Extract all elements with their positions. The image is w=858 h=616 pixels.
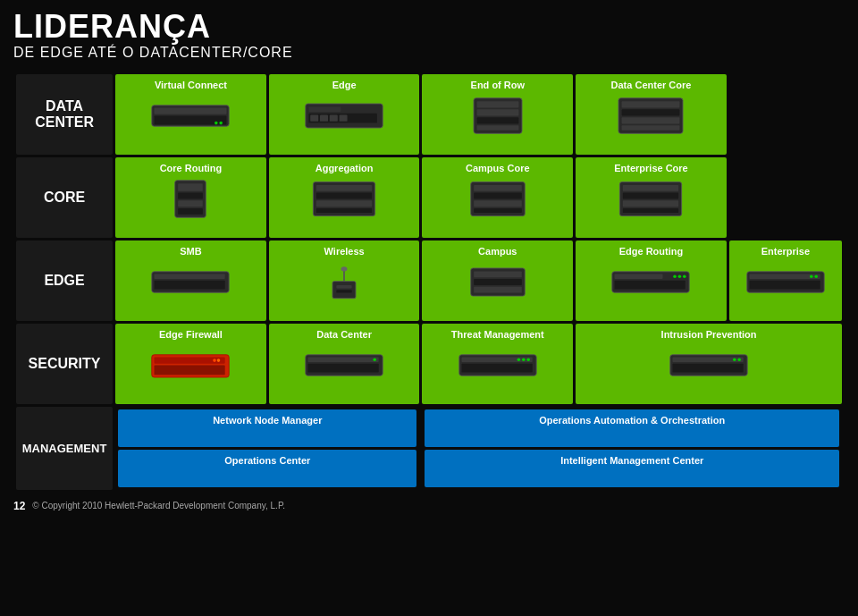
- svg-rect-71: [308, 358, 379, 362]
- svg-point-64: [810, 274, 813, 278]
- cell-campus-core: Campus Core: [422, 157, 573, 238]
- svg-rect-81: [673, 358, 744, 362]
- svg-point-68: [217, 359, 221, 362]
- svg-rect-61: [749, 274, 820, 279]
- cell-label: Core Routing: [120, 163, 262, 173]
- device-data-center-sec: [273, 342, 416, 389]
- cell-virtual-connect: Virtual Connect: [115, 74, 266, 155]
- cell-label: Data Center Core: [580, 80, 722, 90]
- mgmt-label: Operations Automation & Orchestration: [539, 415, 725, 426]
- row-core: CORE Core Routing Aggregation: [16, 157, 842, 238]
- device-icon: [304, 179, 384, 219]
- main-grid: DATA CENTER Virtual Connect Edge: [13, 72, 845, 493]
- svg-rect-26: [179, 208, 204, 215]
- svg-point-69: [214, 359, 217, 362]
- svg-rect-38: [623, 185, 678, 191]
- cell-threat-management: Threat Management: [422, 324, 573, 404]
- cell-edge-routing: Edge Routing: [576, 240, 727, 321]
- svg-rect-76: [461, 364, 532, 373]
- svg-rect-23: [179, 183, 204, 191]
- device-icon: [745, 262, 826, 302]
- svg-rect-45: [332, 282, 356, 299]
- device-wireless: [273, 259, 416, 306]
- mgmt-left: Network Node Manager Operations Center: [115, 407, 419, 490]
- svg-point-73: [374, 358, 377, 361]
- device-icon: [150, 179, 231, 219]
- svg-rect-53: [474, 287, 522, 293]
- device-aggregation: [273, 176, 416, 223]
- svg-rect-51: [474, 271, 522, 277]
- device-icon: [458, 345, 538, 385]
- cell-label: Edge: [273, 80, 416, 90]
- cell-label: Campus Core: [426, 163, 568, 173]
- svg-rect-35: [474, 200, 522, 207]
- svg-rect-39: [623, 193, 678, 199]
- cell-label: End of Row: [426, 80, 568, 90]
- svg-point-58: [678, 274, 682, 278]
- device-icon: [150, 345, 231, 385]
- page-number: 12: [13, 500, 25, 512]
- svg-rect-15: [476, 117, 518, 123]
- cell-label: Aggregation: [273, 163, 416, 173]
- svg-rect-72: [308, 364, 379, 373]
- device-icon: [458, 96, 538, 136]
- label-core: CORE: [16, 157, 113, 238]
- svg-rect-46: [336, 285, 351, 288]
- svg-rect-25: [179, 200, 204, 207]
- cell-label: Intrusion Prevention: [580, 329, 837, 340]
- cell-operations-center: Operations Center: [118, 450, 416, 487]
- svg-rect-62: [749, 281, 820, 290]
- row-security: SECURITY Edge Firewall Data Center: [16, 324, 842, 404]
- svg-rect-47: [336, 290, 351, 292]
- svg-point-3: [220, 122, 223, 125]
- svg-point-79: [517, 358, 520, 361]
- device-smb: [120, 259, 262, 306]
- device-edge: [273, 93, 416, 139]
- svg-rect-75: [461, 358, 532, 362]
- svg-point-49: [341, 266, 348, 271]
- cell-end-of-row: End of Row: [422, 74, 573, 155]
- device-intrusion-prevention: [580, 342, 837, 389]
- cell-label: Enterprise: [734, 246, 837, 257]
- svg-rect-40: [623, 200, 678, 207]
- row-management: MANAGEMENT Network Node Manager Operatio…: [16, 407, 842, 490]
- cell-aggregation: Aggregation: [269, 157, 420, 238]
- device-icon: [304, 262, 384, 302]
- device-virtual-connect: [120, 93, 262, 139]
- device-campus: [426, 259, 568, 306]
- device-data-center-core: [580, 93, 722, 139]
- device-icon: [150, 96, 231, 136]
- cell-edge-firewall: Edge Firewall: [115, 324, 266, 404]
- label-datacenter: DATA CENTER: [16, 74, 113, 155]
- cell-edge: Edge: [269, 74, 420, 155]
- mgmt-right: Operations Automation & Orchestration In…: [422, 407, 842, 490]
- device-enterprise: [734, 259, 837, 306]
- svg-rect-44: [155, 281, 225, 290]
- svg-point-78: [522, 358, 526, 361]
- svg-rect-6: [309, 107, 341, 112]
- mgmt-label: Network Node Manager: [213, 415, 322, 426]
- device-icon: [458, 262, 538, 302]
- svg-point-84: [733, 358, 736, 361]
- svg-rect-67: [155, 366, 225, 376]
- cell-core-routing: Core Routing: [115, 157, 266, 238]
- copyright-text: © Copyright 2010 Hewlett-Packard Develop…: [32, 501, 285, 511]
- device-icon: [610, 262, 691, 302]
- row-edge: EDGE SMB Wireless: [16, 240, 842, 321]
- title-sub: DE EDGE ATÉ O DATACENTER/CORE: [13, 45, 845, 61]
- mgmt-label: Operations Center: [224, 455, 310, 466]
- device-icon: [150, 262, 231, 302]
- device-threat-management: [426, 342, 568, 389]
- cell-enterprise-core: Enterprise Core: [576, 157, 727, 238]
- page-container: LIDERANÇA DE EDGE ATÉ O DATACENTER/CORE …: [0, 0, 858, 616]
- svg-rect-10: [330, 115, 338, 122]
- cell-intelligent-management: Intelligent Management Center: [425, 450, 839, 487]
- svg-rect-52: [474, 279, 522, 285]
- svg-rect-33: [474, 185, 522, 191]
- device-icon: [458, 179, 538, 219]
- cell-data-center-core: Data Center Core: [576, 74, 727, 155]
- device-edge-firewall: [120, 342, 262, 389]
- svg-rect-16: [476, 125, 518, 130]
- label-security: SECURITY: [16, 324, 113, 404]
- svg-rect-1: [155, 108, 227, 114]
